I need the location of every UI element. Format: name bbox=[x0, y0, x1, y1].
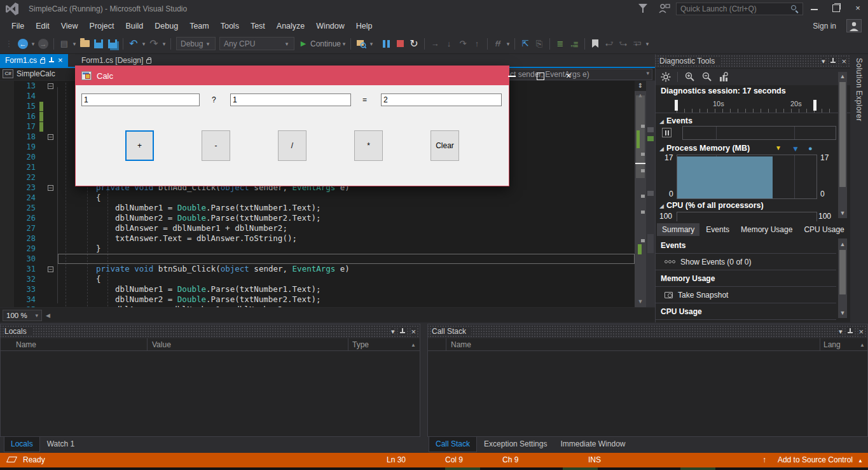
scroll-down-arrow[interactable]: ▼ bbox=[838, 310, 847, 316]
scroll-up-arrow[interactable]: ▲ bbox=[411, 342, 416, 348]
code-line-28[interactable]: 28txtAnswer.Text = dblAnswer.ToString(); bbox=[0, 233, 635, 244]
code-line-32[interactable]: 32{ bbox=[0, 274, 635, 284]
navigate-cursor-icon[interactable]: ⇱ bbox=[519, 38, 532, 50]
minimize-button[interactable] bbox=[805, 0, 824, 17]
comment-lines-button[interactable]: ≣ bbox=[554, 38, 567, 50]
number1-input[interactable]: 1 bbox=[81, 93, 200, 106]
add-to-source-control-button[interactable]: Add to Source Control bbox=[778, 455, 853, 464]
diagnostic-tools-header[interactable]: Diagnostic Tools ▾ × bbox=[656, 54, 850, 68]
multiply-button[interactable]: * bbox=[354, 130, 383, 161]
bookmarks-dropdown[interactable]: ▾ bbox=[644, 41, 651, 47]
close-tab-icon[interactable]: × bbox=[58, 57, 63, 64]
editor-zoom-dropdown[interactable]: 100 %▾ bbox=[3, 310, 42, 321]
undo-button[interactable]: ↶ bbox=[127, 38, 140, 50]
code-line-27[interactable]: 27dblAnswer = dblNumber1 + dblNumber2; bbox=[0, 223, 635, 233]
pin-icon[interactable] bbox=[830, 58, 836, 64]
clear-bookmarks-button[interactable]: ⮒ bbox=[631, 38, 644, 50]
threads-dropdown[interactable]: ▾ bbox=[505, 41, 511, 47]
menu-file[interactable]: File bbox=[6, 20, 30, 32]
scroll-down-arrow[interactable]: ▼ bbox=[635, 298, 646, 305]
calc-minimize-button[interactable] bbox=[498, 66, 526, 85]
navigate-back-button[interactable]: ← bbox=[17, 38, 29, 50]
scroll-up-arrow[interactable]: ▲ bbox=[838, 73, 847, 79]
window-position-dropdown[interactable]: ▾ bbox=[822, 57, 825, 66]
send-feedback-icon[interactable] bbox=[659, 3, 670, 13]
cpu-section-header[interactable]: ◢CPU (% of all processors) bbox=[659, 201, 764, 210]
restore-button[interactable] bbox=[827, 0, 846, 17]
timeline-right-handle[interactable] bbox=[813, 100, 816, 111]
zoom-in-icon[interactable] bbox=[684, 72, 695, 82]
copy-structure-icon[interactable]: ⎘ bbox=[533, 38, 546, 50]
next-bookmark-button[interactable]: ⮑ bbox=[617, 38, 630, 50]
step-out-button[interactable]: ↑ bbox=[471, 38, 483, 50]
project-dropdown[interactable]: C# SimpleCalc bbox=[3, 69, 55, 78]
pin-icon[interactable] bbox=[847, 328, 853, 335]
add-button[interactable]: + bbox=[125, 130, 154, 161]
close-panel-icon[interactable]: × bbox=[841, 57, 846, 66]
window-position-dropdown[interactable]: ▾ bbox=[839, 328, 843, 336]
pin-icon[interactable] bbox=[399, 328, 406, 335]
pause-button[interactable] bbox=[380, 38, 392, 50]
show-threads-in-source-button[interactable]: 𝑓𝑓 bbox=[492, 38, 504, 50]
solution-platform-dropdown[interactable]: Any CPU▾ bbox=[219, 37, 294, 50]
scroll-up-arrow[interactable]: ▲ bbox=[860, 342, 865, 348]
calc-title-bar[interactable]: Calc bbox=[76, 66, 509, 85]
redo-button[interactable]: ↷ bbox=[148, 38, 160, 50]
solution-configuration-dropdown[interactable]: Debug▾ bbox=[176, 37, 216, 50]
menu-analyze[interactable]: Analyze bbox=[271, 20, 310, 32]
sign-in-link[interactable]: Sign in bbox=[813, 22, 836, 31]
solution-explorer-tab-label[interactable]: Solution Explorer bbox=[855, 58, 864, 121]
close-panel-icon[interactable]: × bbox=[858, 327, 864, 336]
tab-immediate-window[interactable]: Immediate Window bbox=[554, 437, 631, 452]
menu-project[interactable]: Project bbox=[84, 20, 120, 32]
tab-summary[interactable]: Summary bbox=[657, 223, 699, 236]
tab-form1-cs[interactable]: Form1.cs × bbox=[0, 54, 68, 67]
continue-button[interactable]: ▶ bbox=[297, 38, 310, 50]
menu-help[interactable]: Help bbox=[350, 20, 378, 32]
source-control-expand-icon[interactable]: ▲ bbox=[858, 458, 863, 464]
navigate-back-dropdown[interactable]: ▾ bbox=[30, 41, 36, 47]
column-name[interactable]: Name bbox=[451, 340, 471, 349]
uncomment-lines-button[interactable]: ⹂≣ bbox=[568, 38, 581, 50]
new-item-button[interactable]: ▤ bbox=[58, 38, 71, 50]
code-line-26[interactable]: 26dblNumber2 = Double.Parse(txtNumber2.T… bbox=[0, 213, 635, 223]
navigate-forward-button[interactable]: → bbox=[37, 38, 50, 50]
save-button[interactable] bbox=[92, 38, 105, 50]
locals-column-headers[interactable]: Name Value Type ▲ bbox=[1, 338, 420, 351]
scroll-thumb[interactable] bbox=[839, 82, 846, 187]
calc-maximize-button[interactable] bbox=[526, 66, 554, 85]
undo-dropdown[interactable]: ▾ bbox=[141, 41, 147, 47]
divide-button[interactable]: / bbox=[278, 130, 307, 161]
menu-test[interactable]: Test bbox=[245, 20, 271, 32]
account-avatar[interactable] bbox=[846, 19, 862, 32]
show-next-statement-button[interactable]: → bbox=[429, 38, 441, 50]
events-section-header[interactable]: ◢Events bbox=[659, 116, 692, 125]
notifications-funnel-icon[interactable] bbox=[638, 4, 649, 13]
subtract-button[interactable]: - bbox=[202, 130, 230, 161]
close-button[interactable]: × bbox=[848, 0, 867, 17]
scroll-down-arrow[interactable]: ▼ bbox=[838, 210, 847, 216]
call-stack-column-headers[interactable]: Name Lang ▲ bbox=[428, 338, 867, 351]
previous-bookmark-button[interactable]: ⮐ bbox=[603, 38, 616, 50]
scroll-up-arrow[interactable]: ▲ bbox=[838, 241, 847, 247]
menu-view[interactable]: View bbox=[55, 20, 84, 32]
locals-header[interactable]: Locals ▾ × bbox=[1, 324, 420, 338]
open-file-button[interactable] bbox=[78, 38, 91, 50]
column-value[interactable]: Value bbox=[152, 340, 171, 349]
timeline-left-handle[interactable] bbox=[675, 100, 678, 111]
menu-team[interactable]: Team bbox=[184, 20, 215, 32]
redo-dropdown[interactable]: ▾ bbox=[161, 41, 167, 47]
new-item-dropdown[interactable]: ▾ bbox=[71, 41, 78, 47]
menu-window[interactable]: Window bbox=[310, 20, 350, 32]
save-all-button[interactable] bbox=[106, 38, 119, 50]
debug-target-dropdown[interactable]: ▾ bbox=[368, 41, 375, 47]
close-panel-icon[interactable]: × bbox=[411, 327, 416, 336]
continue-label[interactable]: Continue bbox=[310, 39, 341, 48]
tab-call-stack[interactable]: Call Stack bbox=[429, 437, 477, 452]
stop-button[interactable] bbox=[394, 38, 406, 50]
tab-watch-1[interactable]: Watch 1 bbox=[41, 437, 81, 452]
code-line-24[interactable]: 24{ bbox=[0, 193, 635, 203]
search-icon[interactable] bbox=[790, 4, 799, 13]
menu-tools[interactable]: Tools bbox=[215, 20, 245, 32]
tab-form1-cs-design[interactable]: Form1.cs [Design] bbox=[76, 54, 156, 67]
